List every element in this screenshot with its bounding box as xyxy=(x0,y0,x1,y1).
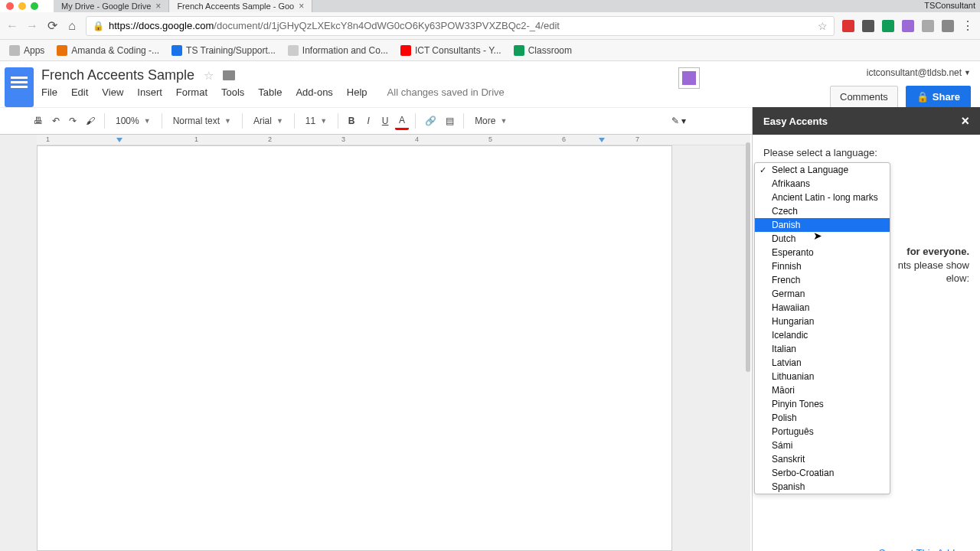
back-button[interactable]: ← xyxy=(6,19,18,33)
document-title[interactable]: French Acceents Sample xyxy=(41,67,194,83)
account-email[interactable]: ictconsultant@tldsb.net▼ xyxy=(867,67,971,78)
tab-title: My Drive - Google Drive xyxy=(61,2,151,11)
star-icon[interactable]: ☆ xyxy=(204,69,214,83)
addon-icon[interactable] xyxy=(678,67,700,89)
bookmark-apps[interactable]: Apps xyxy=(9,45,44,56)
more-button[interactable]: More▼ xyxy=(470,113,511,129)
ext-icon[interactable] xyxy=(842,20,854,32)
language-dropdown[interactable]: Select a LanguageAfrikaansAncient Latin … xyxy=(754,162,890,494)
print-icon[interactable]: 🖶 xyxy=(31,113,46,129)
undo-icon[interactable]: ↶ xyxy=(49,113,63,129)
dropdown-option[interactable]: Dutch xyxy=(755,232,890,246)
ruler[interactable]: 1 1 2 3 4 5 6 7 xyxy=(37,135,750,145)
sidebar-info: for everyone. nts please show elow: xyxy=(763,245,969,285)
close-window[interactable] xyxy=(6,2,14,10)
share-button[interactable]: 🔒Share xyxy=(906,86,971,108)
sidebar-title: Easy Accents xyxy=(763,116,828,127)
bookmark-star-icon[interactable]: ☆ xyxy=(818,20,828,32)
dropdown-option[interactable]: Czech xyxy=(755,204,890,218)
menu-format[interactable]: Format xyxy=(176,86,207,98)
redo-icon[interactable]: ↷ xyxy=(66,113,80,129)
dropdown-option[interactable]: Hawaiian xyxy=(755,301,890,315)
sidebar: Easy Accents × Please select a language:… xyxy=(752,107,980,551)
comment-icon[interactable]: ▤ xyxy=(443,113,457,129)
dropdown-option[interactable]: Italian xyxy=(755,342,890,356)
tab-title: French Acceents Sample - Goo xyxy=(177,2,294,11)
text-color-button[interactable]: A xyxy=(395,112,409,130)
maximize-window[interactable] xyxy=(31,2,38,10)
sidebar-prompt: Please select a language: xyxy=(763,147,969,158)
bookmark-item[interactable]: Amanda & Coding -... xyxy=(57,45,159,56)
close-icon[interactable]: × xyxy=(155,1,161,11)
zoom-select[interactable]: 100%▼ xyxy=(111,113,155,129)
menu-table[interactable]: Table xyxy=(258,86,282,98)
dropdown-option[interactable]: Pinyin Tones xyxy=(755,397,890,411)
menu-file[interactable]: File xyxy=(41,86,57,98)
document-canvas[interactable] xyxy=(37,145,672,551)
home-button[interactable]: ⌂ xyxy=(66,19,78,33)
ext-icon[interactable] xyxy=(922,20,934,32)
dropdown-option[interactable]: Sámi xyxy=(755,439,890,452)
dropdown-option[interactable]: German xyxy=(755,287,890,301)
bookmark-item[interactable]: ICT Consultants - Y... xyxy=(400,45,501,56)
browser-menu-icon[interactable]: ⋮ xyxy=(962,18,974,33)
dropdown-option[interactable]: Māori xyxy=(755,383,890,397)
browser-tab-doc[interactable]: French Acceents Sample - Goo × xyxy=(169,0,312,12)
save-status: All changes saved in Drive xyxy=(387,86,505,98)
docs-header: French Acceents Sample ☆ File Edit View … xyxy=(0,61,980,107)
underline-button[interactable]: U xyxy=(378,113,392,129)
bookmark-item[interactable]: Classroom xyxy=(514,45,572,56)
dropdown-option[interactable]: Latvian xyxy=(755,356,890,370)
dropdown-option[interactable]: Afrikaans xyxy=(755,177,890,191)
url-text: https://docs.google.com/document/d/1jGHy… xyxy=(109,20,813,31)
sidebar-header: Easy Accents × xyxy=(753,107,980,135)
dropdown-option[interactable]: Select a Language xyxy=(755,163,890,177)
paint-format-icon[interactable]: 🖌 xyxy=(83,113,98,129)
dropdown-option[interactable]: Sanskrit xyxy=(755,452,890,466)
menu-addons[interactable]: Add-ons xyxy=(296,86,332,98)
browser-tab-drive[interactable]: My Drive - Google Drive × xyxy=(54,0,169,12)
minimize-window[interactable] xyxy=(18,2,26,10)
menu-help[interactable]: Help xyxy=(347,86,368,98)
font-size-select[interactable]: 11▼ xyxy=(301,113,332,129)
dropdown-option[interactable]: Serbo-Croatian xyxy=(755,466,890,480)
dropdown-option[interactable]: Icelandic xyxy=(755,328,890,342)
bookmark-item[interactable]: Information and Co... xyxy=(288,45,388,56)
bold-button[interactable]: B xyxy=(345,113,358,129)
dropdown-option[interactable]: Ancient Latin - long marks xyxy=(755,191,890,204)
bookmark-item[interactable]: TS Training/Support... xyxy=(172,45,276,56)
profile-name: TSConsultant xyxy=(924,1,975,10)
close-icon[interactable]: × xyxy=(961,113,969,129)
dropdown-option[interactable]: Polish xyxy=(755,411,890,425)
font-select[interactable]: Arial▼ xyxy=(249,113,288,129)
dropdown-option[interactable]: Danish xyxy=(755,218,890,232)
support-link[interactable]: Support This Add-on xyxy=(879,547,969,551)
menu-view[interactable]: View xyxy=(102,86,123,98)
url-input[interactable]: 🔒 https://docs.google.com/document/d/1jG… xyxy=(86,16,835,36)
ext-icon[interactable] xyxy=(942,20,954,32)
bookmarks-bar: Apps Amanda & Coding -... TS Training/Su… xyxy=(0,40,980,61)
editing-mode-icon[interactable]: ✎ ▾ xyxy=(668,113,689,129)
dropdown-option[interactable]: Spanish xyxy=(755,480,890,494)
menu-tools[interactable]: Tools xyxy=(221,86,244,98)
scrollbar-thumb[interactable] xyxy=(746,142,750,372)
dropdown-option[interactable]: Hungarian xyxy=(755,315,890,328)
dropdown-option[interactable]: Português xyxy=(755,425,890,439)
folder-icon[interactable] xyxy=(223,70,235,80)
menu-edit[interactable]: Edit xyxy=(71,86,88,98)
extension-icons xyxy=(842,20,954,32)
window-controls xyxy=(0,0,44,11)
close-icon[interactable]: × xyxy=(299,1,304,11)
style-select[interactable]: Normal text▼ xyxy=(168,113,236,129)
comments-button[interactable]: Comments xyxy=(830,86,898,108)
reload-button[interactable]: ⟳ xyxy=(46,18,58,33)
ext-icon[interactable] xyxy=(882,20,894,32)
ext-icon[interactable] xyxy=(902,20,914,32)
docs-logo-icon[interactable] xyxy=(5,67,34,107)
ext-icon[interactable] xyxy=(862,20,874,32)
forward-button[interactable]: → xyxy=(26,19,38,33)
italic-button[interactable]: I xyxy=(361,113,375,129)
menu-insert[interactable]: Insert xyxy=(137,86,162,98)
link-icon[interactable]: 🔗 xyxy=(422,113,439,129)
dropdown-option[interactable]: Lithuanian xyxy=(755,370,890,383)
